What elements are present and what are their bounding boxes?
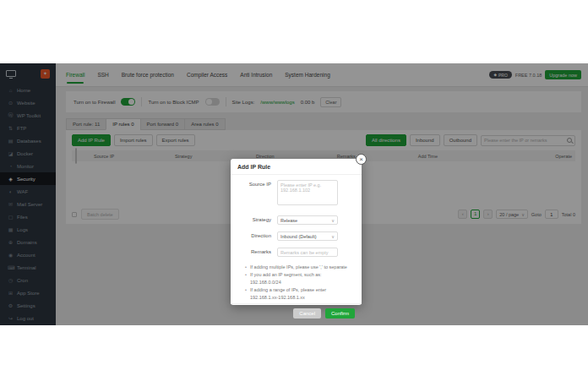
source-ip-field bbox=[277, 180, 338, 209]
modal-footer: Cancel Confirm bbox=[231, 303, 362, 323]
chevron-down-icon: ∨ bbox=[331, 218, 335, 223]
source-ip-label: Source IP bbox=[239, 180, 277, 209]
close-icon[interactable]: × bbox=[356, 154, 367, 165]
confirm-button[interactable]: Confirm bbox=[325, 308, 355, 318]
source-ip-row: Source IP bbox=[239, 180, 353, 209]
direction-label: Direction bbox=[239, 231, 277, 241]
cancel-button[interactable]: Cancel bbox=[293, 308, 321, 318]
chevron-down-icon: ∨ bbox=[331, 234, 335, 239]
modal-notes: If adding multiple IPs, please use ',' t… bbox=[245, 264, 353, 302]
remarks-row: Remarks bbox=[239, 248, 353, 257]
source-ip-textarea[interactable] bbox=[277, 180, 338, 205]
strategy-label: Strategy bbox=[239, 215, 277, 225]
direction-value: Inbound (Default) bbox=[280, 234, 317, 239]
modal-title: Add IP Rule bbox=[231, 159, 362, 175]
add-ip-rule-modal: × Add IP Rule Source IP Strategy Release… bbox=[231, 159, 362, 305]
screenshot-stage: ✦ ⌂Home ⊙Website ⓌWP Toolkit ⇅FTP ▤Datab… bbox=[0, 0, 588, 392]
note-item: If you add an IP segment, such as: 192.1… bbox=[245, 271, 353, 286]
strategy-row: Strategy Release∨ bbox=[239, 215, 353, 225]
direction-row: Direction Inbound (Default)∨ bbox=[239, 231, 353, 241]
remarks-label: Remarks bbox=[239, 248, 277, 257]
modal-body: Source IP Strategy Release∨ Direction In… bbox=[231, 175, 362, 303]
note-item: If adding a range of IPs, please enter 1… bbox=[245, 286, 353, 302]
remarks-input[interactable] bbox=[277, 248, 338, 257]
direction-select[interactable]: Inbound (Default)∨ bbox=[277, 231, 338, 241]
strategy-select[interactable]: Release∨ bbox=[277, 215, 338, 225]
strategy-value: Release bbox=[280, 218, 297, 223]
note-item: If adding multiple IPs, please use ',' t… bbox=[245, 264, 353, 271]
